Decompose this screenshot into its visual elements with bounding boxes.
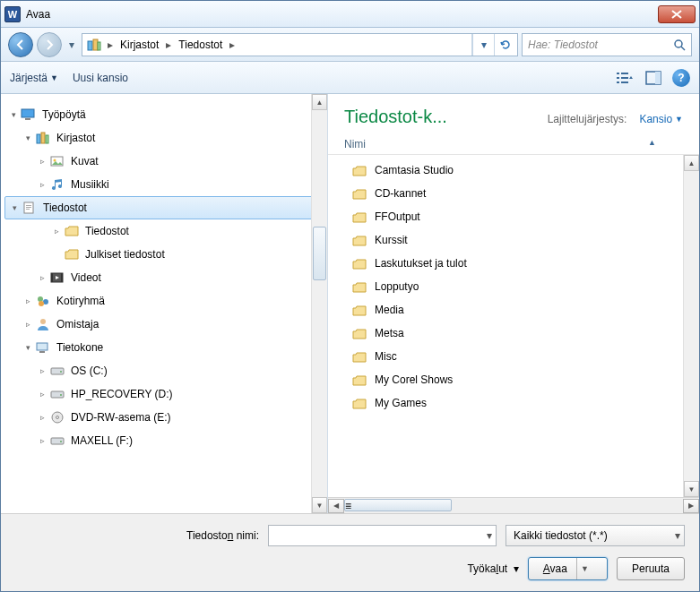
list-item[interactable]: Lopputyo <box>328 275 699 298</box>
toolbar: Järjestä▼ Uusi kansio ? <box>1 62 699 94</box>
preview-pane-button[interactable] <box>644 68 663 88</box>
tree-item[interactable]: ▾Tietokone <box>1 336 327 359</box>
tree-item[interactable]: ▾Tiedostot <box>4 196 322 219</box>
scroll-thumb[interactable]: ≡ <box>344 499 452 511</box>
file-label: Lopputyo <box>375 280 419 293</box>
scroll-thumb[interactable] <box>313 227 326 280</box>
list-scrollbar[interactable]: ▲ ▼ <box>683 155 699 497</box>
tree-twisty[interactable]: ▹ <box>37 436 48 445</box>
scroll-right-button[interactable]: ▶ <box>683 499 699 513</box>
list-item[interactable]: Laskutukset ja tulot <box>328 252 699 275</box>
close-button[interactable] <box>658 5 696 23</box>
refresh-button[interactable] <box>494 34 515 56</box>
list-item[interactable]: My Games <box>328 391 699 415</box>
chevron-down-icon: ▾ <box>487 529 492 542</box>
tree-label: Musiikki <box>71 178 109 191</box>
help-button[interactable]: ? <box>672 69 690 87</box>
file-label: Media <box>375 304 404 316</box>
optical-icon <box>49 410 65 425</box>
forward-button[interactable] <box>37 32 62 57</box>
cancel-button[interactable]: Peruuta <box>617 557 685 580</box>
list-item[interactable]: My Corel Shows <box>328 368 699 391</box>
tree-twisty[interactable]: ▾ <box>22 133 33 142</box>
tree-twisty[interactable]: ▹ <box>22 320 33 329</box>
tree-item[interactable]: ▾Työpöytä <box>1 103 327 126</box>
scroll-up-button[interactable]: ▲ <box>312 94 327 110</box>
list-item[interactable]: Media <box>328 298 699 322</box>
tree-item[interactable]: ▹Musiikki <box>1 173 327 196</box>
tree-label: Julkiset tiedostot <box>85 248 165 261</box>
tree-item[interactable]: Julkiset tiedostot <box>1 243 327 266</box>
list-header: Tiedostot-k... Lajittelujärjestys: Kansi… <box>328 94 699 133</box>
tree-twisty[interactable]: ▹ <box>37 366 48 375</box>
tree-label: Tietokone <box>56 341 103 354</box>
folder-icon <box>351 280 367 293</box>
tree-item[interactable]: ▹MAXELL (F:) <box>1 429 327 452</box>
tree-twisty[interactable]: ▹ <box>37 157 48 166</box>
svg-rect-15 <box>41 133 45 143</box>
svg-point-37 <box>56 416 59 419</box>
svg-point-26 <box>38 296 43 302</box>
tree-scrollbar[interactable]: ▲ ▼ <box>311 94 327 513</box>
scroll-left-button[interactable]: ◀ <box>328 499 344 513</box>
svg-rect-22 <box>26 209 30 210</box>
sort-dropdown[interactable]: Kansio ▼ <box>639 113 683 125</box>
tools-button[interactable]: Työkalut ▾ <box>467 562 518 575</box>
lib-doc-icon <box>22 201 38 215</box>
list-item[interactable]: Camtasia Studio <box>328 159 699 182</box>
tree-item[interactable]: ▹OS (C:) <box>1 359 327 382</box>
tree-twisty[interactable]: ▹ <box>37 273 48 282</box>
svg-rect-20 <box>26 205 31 206</box>
breadcrumb-item[interactable]: Tiedostot <box>175 39 226 51</box>
tree-label: HP_RECOVERY (D:) <box>71 388 173 400</box>
list-item[interactable]: Metsa <box>328 322 699 345</box>
tree-item[interactable]: ▹Tiedostot <box>1 219 327 243</box>
view-button[interactable] <box>615 68 635 88</box>
nav-history-dropdown[interactable]: ▾ <box>65 32 78 57</box>
open-split-dropdown[interactable]: ▼ <box>576 558 592 579</box>
svg-rect-21 <box>26 207 31 208</box>
folder-icon <box>351 210 367 223</box>
tree-item[interactable]: ▹Videot <box>1 266 327 289</box>
tree-item[interactable]: ▹DVD-RW-asema (E:) <box>1 406 327 429</box>
scroll-down-button[interactable]: ▼ <box>312 497 327 513</box>
tree-item[interactable]: ▹HP_RECOVERY (D:) <box>1 382 327 406</box>
new-folder-button[interactable]: Uusi kansio <box>73 72 128 84</box>
file-list[interactable]: Camtasia StudioCD-kannetFFOutputKurssitL… <box>328 155 699 497</box>
tree-twisty[interactable]: ▾ <box>22 343 33 352</box>
filter-dropdown[interactable]: Kaikki tiedostot (*.*)▾ <box>506 525 685 546</box>
h-scrollbar[interactable]: ◀ ≡ ▶ <box>328 497 699 513</box>
scroll-up-button[interactable]: ▲ <box>684 155 699 171</box>
tree-twisty[interactable]: ▹ <box>22 296 33 305</box>
tree-twisty[interactable]: ▾ <box>9 203 20 212</box>
folder-icon <box>351 234 367 246</box>
drive-icon <box>49 387 65 401</box>
tree-twisty[interactable]: ▾ <box>8 110 19 119</box>
breadcrumb-dropdown[interactable]: ▾ <box>472 34 494 56</box>
tree-item[interactable]: ▹Kuvat <box>1 150 327 173</box>
list-item[interactable]: CD-kannet <box>328 182 699 205</box>
organize-button[interactable]: Järjestä▼ <box>10 72 58 84</box>
tree-twisty[interactable]: ▹ <box>37 413 48 422</box>
tree-item[interactable]: ▹Omistaja <box>1 313 327 336</box>
back-button[interactable] <box>8 32 33 57</box>
open-button[interactable]: Avaa ▼ <box>528 557 608 580</box>
breadcrumb-item[interactable]: Kirjastot <box>117 39 162 51</box>
filename-input[interactable]: ▾ <box>268 525 497 546</box>
scroll-down-button[interactable]: ▼ <box>684 481 699 497</box>
tree-label: OS (C:) <box>71 365 108 377</box>
libraries-icon <box>86 37 102 53</box>
search-input[interactable]: Hae: Tiedostot <box>522 33 692 56</box>
column-header-name[interactable]: Nimi ▲ <box>328 133 699 155</box>
desktop-icon <box>21 107 37 122</box>
list-item[interactable]: Misc <box>328 345 699 368</box>
breadcrumb[interactable]: ▸ Kirjastot ▸ Tiedostot ▸ ▾ <box>82 33 518 56</box>
list-item[interactable]: FFOutput <box>328 205 699 228</box>
tree-twisty[interactable]: ▹ <box>51 227 62 236</box>
tree-pane[interactable]: ▾Työpöytä▾Kirjastot▹Kuvat▹Musiikki▾Tiedo… <box>1 94 328 513</box>
tree-item[interactable]: ▾Kirjastot <box>1 126 327 150</box>
tree-twisty[interactable]: ▹ <box>37 390 48 399</box>
tree-item[interactable]: ▹Kotiryhmä <box>1 289 327 313</box>
list-item[interactable]: Kurssit <box>328 228 699 252</box>
tree-twisty[interactable]: ▹ <box>37 180 48 189</box>
